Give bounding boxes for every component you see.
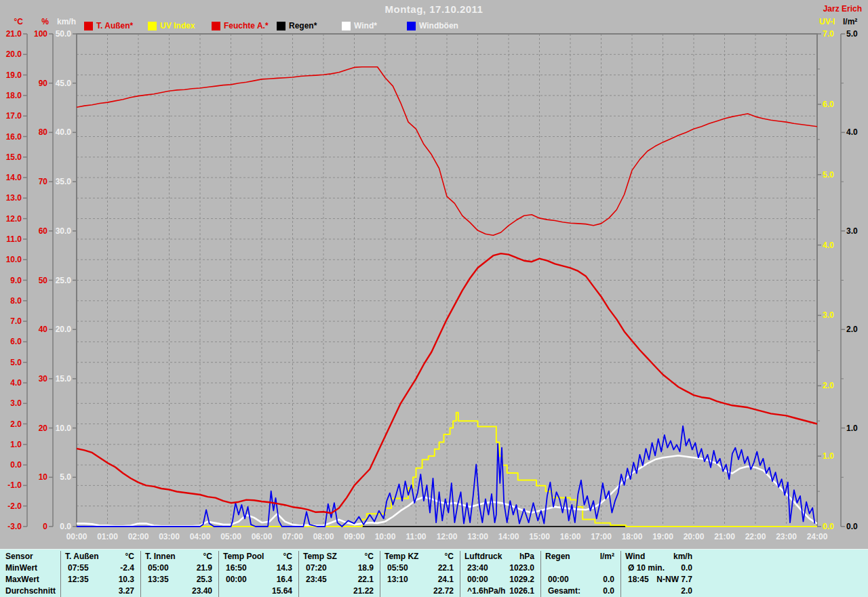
author-credit: Jarz Erich: [823, 4, 862, 14]
table-avg-2: 15.64: [219, 585, 298, 597]
table-avg-7: 2.0: [621, 585, 698, 597]
table-max-7: 18:45N-NW 7.7: [621, 574, 698, 585]
unit-label-uv: UV-I: [819, 17, 842, 26]
table-max-4: 13:1024.1: [380, 574, 460, 585]
legend-label: Feuchte A.*: [224, 21, 269, 30]
table-header-1: T. Innen°C: [141, 551, 218, 562]
table-column-7: Windkm/hØ 10 min.0.018:45N-NW 7.72.0: [620, 551, 698, 597]
x-axis-label: 19:00: [652, 532, 673, 541]
table-avg-4-value: 22.72: [433, 585, 460, 597]
table-max-6-value: 0.0: [603, 574, 620, 585]
table-header-6-value: l/m²: [600, 551, 620, 562]
axis-tick-label: 0: [43, 522, 47, 531]
table-avg-3-value: 21.22: [353, 585, 380, 597]
table-min-4-value: 22.1: [438, 562, 460, 574]
table-header-3: Temp SZ°C: [299, 551, 380, 562]
table-min-3: 07:2018.9: [299, 562, 380, 574]
chart-title: Montag, 17.10.2011: [0, 3, 868, 15]
axis-tick-label: 2.0: [846, 325, 858, 334]
axis-tick-label: 4.0: [823, 241, 834, 250]
table-max-0-value: 10.3: [119, 574, 140, 585]
table-min-6: [541, 562, 620, 574]
chart-svg: 21.020.019.018.017.016.015.014.013.012.0…: [0, 0, 868, 597]
table-avg-5-value: 1026.1: [509, 585, 540, 597]
table-min-3-label: 07:20: [299, 562, 327, 574]
table-header-6: Regenl/m²: [541, 551, 620, 562]
legend-swatch: [84, 22, 93, 30]
table-max-0-label: 12:35: [61, 574, 89, 585]
plot-grid: [77, 34, 817, 527]
axis-tick-label: 6.0: [823, 100, 834, 109]
axis-tick-label: 30: [39, 374, 48, 384]
table-column-2: Temp Pool°C16:5014.300:0016.415.64: [218, 551, 298, 597]
table-min-1-label: 05:00: [141, 562, 169, 574]
axis-tick-label: 3.0: [823, 310, 834, 320]
plot-border: [77, 34, 817, 527]
x-axis-label: 14:00: [498, 532, 519, 541]
x-axis-label: 05:00: [220, 532, 241, 541]
axis-tick-label: 60: [39, 226, 48, 236]
table-min-0-label: 07:55: [61, 562, 89, 574]
legend-swatch: [212, 22, 220, 30]
axis-tick-label: 45.0: [56, 79, 72, 88]
table-min-4-label: 05:50: [380, 562, 408, 574]
table-avg-6: Gesamt:0.0: [541, 585, 620, 597]
axis-tick-label: 15.0: [56, 374, 72, 384]
axis-tick-label: 2.0: [823, 381, 834, 390]
table-header-0: T. Außen°C: [61, 551, 140, 562]
table-column-6: Regenl/m²00:000.0Gesamt:0.0: [540, 551, 620, 597]
axis-tick-label: 30.0: [56, 226, 72, 236]
table-row-label-3: Durchschnitt: [0, 585, 60, 597]
table-header-7-label: Wind: [621, 551, 645, 562]
axis-tick-label: 40: [39, 325, 48, 334]
axis-tick-label: 10.0: [56, 424, 72, 433]
legend-swatch: [148, 22, 157, 30]
x-axis-label: 23:00: [776, 532, 797, 541]
x-axis-label: 16:00: [560, 532, 581, 541]
axis-tick-label: 10: [39, 472, 48, 482]
legend-item-5: Windböen: [407, 21, 458, 30]
axis-tick-label: 17.0: [6, 111, 22, 121]
table-min-6-label: [541, 562, 548, 574]
table-header-6-label: Regen: [541, 551, 570, 562]
axis-tick-label: 3.0: [10, 398, 22, 408]
table-column-4: Temp KZ°C05:5022.113:1024.122.72: [380, 551, 460, 597]
legend-label: Windböen: [419, 21, 458, 30]
table-min-7: Ø 10 min.0.0: [621, 562, 698, 574]
legend-item-0: T. Außen*: [84, 21, 133, 30]
legend-label: Regen*: [289, 21, 317, 30]
table-max-1-label: 13:35: [141, 574, 169, 585]
x-axis-label: 24:00: [807, 532, 828, 541]
table-max-6-label: 00:00: [541, 574, 569, 585]
x-axis-label: 08:00: [313, 532, 334, 541]
table-min-7-value: 0.0: [681, 562, 698, 574]
table-header-0-label: T. Außen: [61, 551, 99, 562]
table-avg-3: 21.22: [299, 585, 380, 597]
table-min-0-value: -2.4: [120, 562, 140, 574]
table-max-4-value: 24.1: [438, 574, 460, 585]
table-min-4: 05:5022.1: [380, 562, 460, 574]
table-max-3-label: 23:45: [299, 574, 327, 585]
table-column-3: Temp SZ°C07:2018.923:4522.121.22: [298, 551, 380, 597]
table-max-1: 13:3525.3: [141, 574, 218, 585]
x-axis-label: 18:00: [622, 532, 643, 541]
axis-tick-label: 7.0: [823, 29, 834, 39]
table-avg-0-value: 3.27: [119, 585, 140, 597]
table-header-5-label: Luftdruck: [460, 551, 502, 562]
axis-tick-label: -1.0: [7, 480, 22, 490]
table-max-4-label: 13:10: [380, 574, 408, 585]
x-axis-label: 07:00: [282, 532, 303, 541]
axis-tick-label: 0.0: [823, 522, 834, 531]
legend-swatch: [407, 22, 416, 30]
table-header-0-value: °C: [125, 551, 140, 562]
page: { "header": { "title": "Montag, 17.10.20…: [0, 0, 868, 597]
table-avg-6-label: Gesamt:: [541, 585, 580, 597]
x-axis-label: 20:00: [684, 532, 705, 541]
table-max-7-value: N-NW 7.7: [656, 574, 698, 585]
table-header-7-value: km/h: [673, 551, 698, 562]
legend-label: Wind*: [354, 21, 377, 30]
axis-tick-label: 80: [39, 127, 48, 137]
x-axis-label: 03:00: [159, 532, 180, 541]
x-axis-label: 10:00: [375, 532, 396, 541]
x-axis-label: 12:00: [437, 532, 458, 541]
